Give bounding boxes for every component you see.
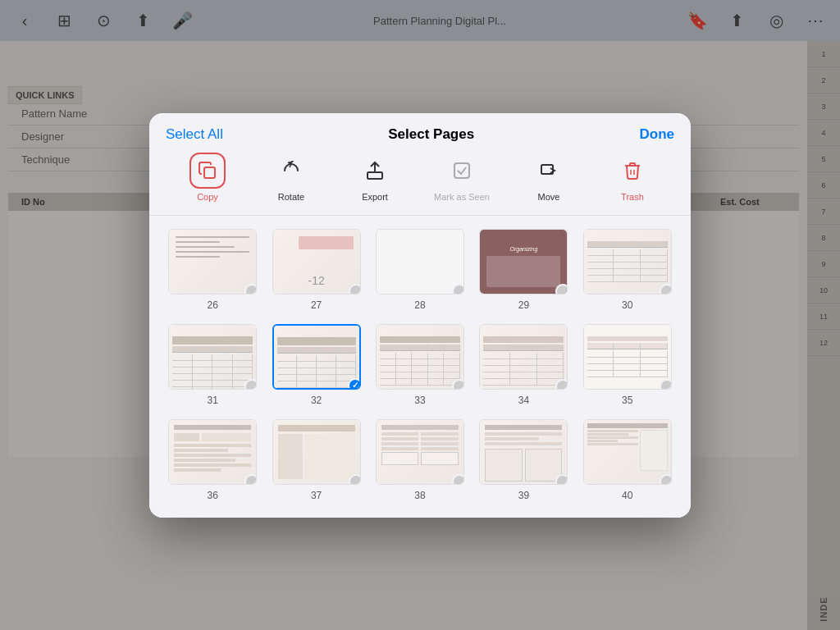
cell [412,366,428,372]
toolbar-copy[interactable]: Copy [183,153,232,202]
page-item-36[interactable]: 36 [166,419,259,501]
row [277,355,356,362]
page-thumb-31 [168,324,257,390]
toolbar-mark-seen[interactable]: Mark as Seen [434,153,490,202]
select-pages-modal: Select All Select Pages Done Copy [149,113,691,518]
page-item-39[interactable]: 39 [477,419,570,501]
page-item-26[interactable]: 26 [166,229,259,311]
mark-seen-label: Mark as Seen [434,192,490,202]
cell [277,381,297,387]
thumb-header [277,347,356,354]
line [174,468,220,472]
page-number-35: 35 [622,395,632,406]
page-item-29[interactable]: Organizing 29 [477,229,570,311]
page-inner-28 [377,230,463,294]
page-item-35[interactable]: 35 [581,324,674,406]
page-item-28[interactable]: 28 [373,229,467,311]
toolbar-trash[interactable]: Trash [608,153,657,202]
col [381,432,419,465]
trash-label: Trash [621,192,644,202]
cell [614,343,641,349]
page-thumb-37 [272,419,361,485]
modal-title: Select Pages [388,126,474,143]
thumb-table-32 [277,337,356,385]
cell [172,354,193,360]
row [587,276,668,282]
row [172,368,253,374]
cell [641,249,668,255]
cell [277,347,297,353]
cell [587,256,614,262]
thumb-title-bar [380,336,460,343]
page-item-33[interactable]: 33 [373,324,467,406]
row [277,368,356,375]
line [174,425,251,430]
cell [396,359,413,365]
line [485,432,562,436]
cell [641,343,668,349]
svg-rect-3 [454,163,469,178]
cell [641,371,668,377]
cell [193,361,213,367]
thumb-title-bar [172,336,253,345]
line [421,447,459,450]
thumb-header [172,346,253,353]
select-all-button[interactable]: Select All [166,126,223,143]
cell [297,347,317,353]
select-indicator-32: ✓ [348,378,361,390]
cell [483,366,510,372]
cell [212,368,233,373]
row [483,366,564,372]
cell [212,381,233,386]
cell [172,361,193,367]
page-item-31[interactable]: 31 [166,324,259,406]
toolbar-move[interactable]: Move [524,153,573,202]
cell [537,372,564,378]
cell [297,355,317,361]
cell [172,387,193,390]
toolbar-rotate[interactable]: Rotate [267,153,316,202]
page-item-32[interactable]: ✓ 32 [269,324,363,406]
page-item-38[interactable]: 38 [373,419,467,501]
cell [587,241,614,247]
cell [483,353,510,358]
done-button[interactable]: Done [640,126,675,143]
row [277,381,356,388]
page-item-30[interactable]: 30 [581,229,674,311]
line [381,442,419,445]
cell [412,372,428,378]
line [587,430,639,432]
move-icon [539,161,559,180]
cell [428,379,445,385]
cell [317,362,336,368]
select-indicator-31 [244,379,257,390]
export-icon [365,161,385,180]
page-item-37[interactable]: 37 [269,419,363,501]
toolbar-export[interactable]: Export [350,153,399,202]
cell [380,345,396,350]
page-thumb-33 [376,324,464,390]
page-item-27[interactable]: -12 27 [269,229,363,311]
pages-grid: 26 -12 27 [166,229,674,501]
page-number-38: 38 [414,490,425,501]
cell [510,366,537,372]
cell [483,345,510,350]
modal-overlay: Select All Select Pages Done Copy [0,0,840,630]
page-item-34[interactable]: 34 [477,324,570,406]
page-inner-27: -12 [273,230,360,294]
cell [428,353,445,358]
row [587,351,668,358]
page-thumb-30 [583,229,672,294]
cell [233,346,253,352]
cell [641,276,668,281]
copy-icon-wrap [189,153,226,189]
box [421,452,459,465]
col [485,449,523,482]
export-label: Export [362,192,388,202]
thumb-table-31 [172,336,253,386]
pages-scroll-area[interactable]: 26 -12 27 [149,222,691,518]
copy-icon [198,161,217,180]
toolbar-divider [149,215,691,216]
thumb-lines-26 [176,236,249,261]
page-item-40[interactable]: 40 [581,419,674,501]
